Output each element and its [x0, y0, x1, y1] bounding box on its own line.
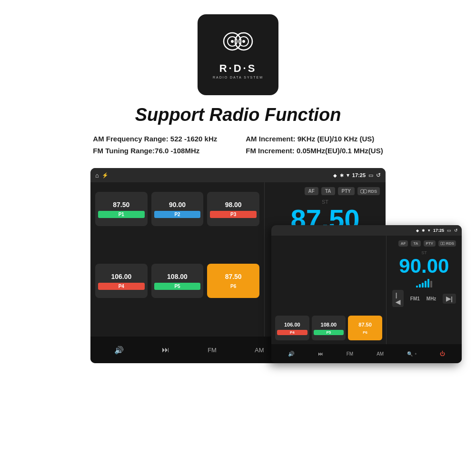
- ta-btn[interactable]: TA: [321, 187, 335, 195]
- spec-am-freq: AM Frequency Range: 522 -1620 kHz: [93, 135, 217, 143]
- back-icon-small: ↺: [454, 228, 458, 233]
- toolbar-am-small[interactable]: AM: [377, 351, 384, 357]
- frequency-small: 90.00: [392, 256, 456, 276]
- skip-icon-small: ⏭: [318, 351, 323, 357]
- svg-point-5: [242, 40, 245, 43]
- preset-p3-freq: 98.00: [225, 201, 242, 208]
- am-label-toolbar: AM: [255, 347, 264, 354]
- preset-p5-label: P5: [154, 283, 201, 290]
- home-icon: ⌂: [95, 172, 99, 179]
- presets-panel-small-bottom: 106.00 P4 108.00 P5 87.50 P6: [271, 312, 386, 344]
- preset-p6-freq: 87.50: [225, 273, 242, 280]
- status-icons-left: ⌂ ⚡: [95, 172, 109, 179]
- preset-small-p5-freq: 108.00: [321, 322, 337, 327]
- specs-right: AM Increment: 9KHz (EU)/10 KHz (US) FM I…: [246, 135, 383, 155]
- preset-small-p4[interactable]: 106.00 P4: [275, 316, 309, 340]
- rds-btn-small-icon: [440, 242, 445, 245]
- preset-small-p4-label: P4: [277, 330, 307, 335]
- rds-btn-small[interactable]: RDS: [438, 240, 456, 247]
- wifi-icon-small: ▾: [428, 228, 430, 233]
- clock-large: 17:25: [352, 172, 366, 178]
- radio-top-btns-large: AF TA PTY RDS: [270, 187, 380, 195]
- preset-p4[interactable]: 106.00 P4: [95, 264, 148, 298]
- preset-p6[interactable]: 87.50 P6: [207, 264, 259, 298]
- pty-btn[interactable]: PTY: [338, 187, 355, 195]
- preset-p5[interactable]: 108.00 P5: [151, 264, 204, 298]
- specs-left: AM Frequency Range: 522 -1620 kHz FM Tun…: [93, 135, 217, 155]
- search-plus-small: +: [415, 352, 416, 356]
- spec-fm-increment: FM Increment: 0.05MHz(EU)/0.1 MHz(US): [246, 147, 383, 155]
- radio-content-small-inner: 106.00 P4 108.00 P5 87.50 P6: [271, 236, 462, 344]
- toolbar-power-small[interactable]: ⏻: [440, 351, 445, 357]
- next-btn-small[interactable]: ▶|: [443, 294, 456, 304]
- screen-small: ◆ ✱ ▾ 17:25 ▭ ↺ 106.00 P4 108.00: [271, 225, 462, 363]
- preset-p2-label: P2: [154, 211, 201, 218]
- radio-content-small: 106.00 P4 108.00 P5 87.50 P6: [271, 236, 462, 344]
- gps-icon-small: ◆: [416, 228, 419, 233]
- preset-p1-label: P1: [98, 211, 145, 218]
- sbar6: [430, 281, 432, 288]
- svg-point-9: [442, 242, 445, 245]
- prev-btn-small[interactable]: |◀: [392, 290, 404, 307]
- wifi-icon: ▾: [347, 172, 349, 178]
- radio-display-small: AF TA PTY RDS ST 90.00: [387, 236, 462, 344]
- toolbar-fm[interactable]: FM: [208, 347, 217, 354]
- sbar2: [419, 284, 421, 288]
- preset-small-p6-freq: 87.50: [358, 322, 372, 327]
- presets-panel-large: 87.50 P1 90.00 P2 98.00 P3 106.00 P4: [90, 187, 264, 337]
- ta-btn-small[interactable]: TA: [411, 240, 420, 247]
- sbar1: [416, 286, 418, 288]
- preset-p3[interactable]: 98.00 P3: [207, 192, 259, 226]
- bt-icon-small: ✱: [422, 228, 425, 233]
- sbar3: [422, 283, 424, 288]
- fm-label-toolbar: FM: [208, 347, 217, 354]
- search-icon-small: 🔍: [407, 351, 413, 357]
- svg-point-2: [231, 40, 234, 43]
- clock-small: 17:25: [433, 228, 444, 233]
- preset-small-p4-freq: 106.00: [284, 322, 300, 327]
- toolbar-search-small[interactable]: 🔍 +: [407, 351, 416, 357]
- fm-band-small: FM1: [410, 296, 420, 301]
- toolbar-volume[interactable]: 🔊: [114, 346, 124, 355]
- preset-small-p5[interactable]: 108.00 P5: [312, 316, 346, 340]
- skip-icon: ⏭: [162, 346, 169, 354]
- preset-small-p6-label: P6: [350, 330, 380, 335]
- toolbar-fm-small[interactable]: FM: [347, 351, 353, 357]
- preset-p2[interactable]: 90.00 P2: [151, 192, 204, 226]
- toolbar-volume-small[interactable]: 🔊: [288, 351, 295, 357]
- rds-btn-icon: [360, 189, 367, 194]
- battery-icon-small: ▭: [447, 228, 451, 233]
- preset-small-p6[interactable]: 87.50 P6: [348, 316, 382, 340]
- toolbar-skip[interactable]: ⏭: [162, 346, 169, 354]
- logo-section: R·D·S RADIO DATA SYSTEM: [0, 0, 476, 95]
- status-icons-right-small: ◆ ✱ ▾ 17:25 ▭ ↺: [416, 228, 458, 233]
- preset-p6-label: P6: [210, 283, 257, 290]
- page-title: Support Radio Function: [0, 105, 476, 125]
- af-btn[interactable]: AF: [305, 187, 318, 195]
- sbar5: [427, 279, 429, 288]
- back-icon: ↺: [376, 172, 381, 178]
- specs-section: AM Frequency Range: 522 -1620 kHz FM Tun…: [0, 135, 476, 155]
- radio-top-btns-small: AF TA PTY RDS: [392, 240, 456, 247]
- bottom-toolbar-small: 🔊 ⏭ FM AM 🔍 + ⏻: [271, 344, 462, 363]
- preset-p5-freq: 108.00: [167, 273, 188, 280]
- volume-icon-small: 🔊: [288, 351, 295, 357]
- fm-controls-small: |◀ FM1 MHz ▶|: [392, 290, 456, 307]
- mhz-label-small: MHz: [426, 296, 436, 301]
- preset-p1[interactable]: 87.50 P1: [95, 192, 148, 226]
- preset-p4-freq: 106.00: [111, 273, 131, 280]
- pty-btn-small[interactable]: PTY: [424, 240, 436, 247]
- preset-p3-label: P3: [210, 211, 257, 218]
- preset-p2-freq: 90.00: [169, 201, 186, 208]
- af-btn-small[interactable]: AF: [398, 240, 408, 247]
- rds-subtext: RADIO DATA SYSTEM: [213, 76, 263, 79]
- spec-am-increment: AM Increment: 9KHz (EU)/10 KHz (US): [246, 135, 383, 143]
- preset-p1-freq: 87.50: [113, 201, 129, 208]
- am-label-toolbar-small: AM: [377, 351, 384, 357]
- screenshots-area: ⌂ ⚡ ◆ ✱ ▾ 17:25 ▭ ↺ 87.50 P1: [0, 168, 476, 363]
- rds-btn[interactable]: RDS: [357, 187, 380, 195]
- toolbar-am[interactable]: AM: [255, 347, 264, 354]
- toolbar-skip-small[interactable]: ⏭: [318, 351, 323, 357]
- signal-bars-small: [392, 279, 456, 288]
- spec-fm-range: FM Tuning Range:76.0 -108MHz: [93, 147, 217, 155]
